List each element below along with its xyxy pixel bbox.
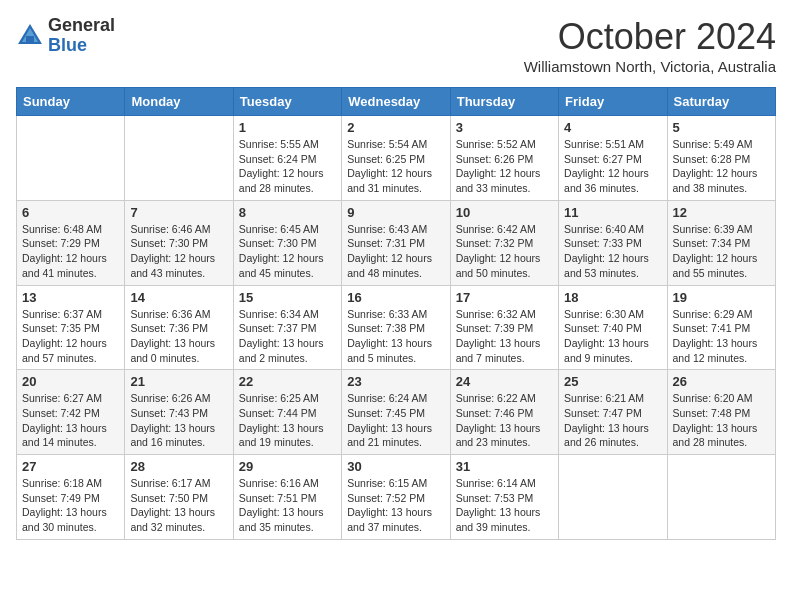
calendar-cell: 14Sunrise: 6:36 AM Sunset: 7:36 PM Dayli…: [125, 285, 233, 370]
weekday-header-sunday: Sunday: [17, 88, 125, 116]
day-number: 31: [456, 459, 553, 474]
calendar-cell: 23Sunrise: 6:24 AM Sunset: 7:45 PM Dayli…: [342, 370, 450, 455]
day-number: 29: [239, 459, 336, 474]
calendar-cell: 30Sunrise: 6:15 AM Sunset: 7:52 PM Dayli…: [342, 455, 450, 540]
calendar-cell: 20Sunrise: 6:27 AM Sunset: 7:42 PM Dayli…: [17, 370, 125, 455]
day-info: Sunrise: 6:46 AM Sunset: 7:30 PM Dayligh…: [130, 222, 227, 281]
day-info: Sunrise: 6:37 AM Sunset: 7:35 PM Dayligh…: [22, 307, 119, 366]
weekday-header-monday: Monday: [125, 88, 233, 116]
month-title: October 2024: [524, 16, 776, 58]
day-info: Sunrise: 6:26 AM Sunset: 7:43 PM Dayligh…: [130, 391, 227, 450]
day-number: 15: [239, 290, 336, 305]
calendar-cell: 15Sunrise: 6:34 AM Sunset: 7:37 PM Dayli…: [233, 285, 341, 370]
title-section: October 2024 Williamstown North, Victori…: [524, 16, 776, 75]
day-info: Sunrise: 6:22 AM Sunset: 7:46 PM Dayligh…: [456, 391, 553, 450]
calendar-cell: 1Sunrise: 5:55 AM Sunset: 6:24 PM Daylig…: [233, 116, 341, 201]
calendar-cell: 21Sunrise: 6:26 AM Sunset: 7:43 PM Dayli…: [125, 370, 233, 455]
day-number: 30: [347, 459, 444, 474]
weekday-header-thursday: Thursday: [450, 88, 558, 116]
day-info: Sunrise: 6:21 AM Sunset: 7:47 PM Dayligh…: [564, 391, 661, 450]
calendar-week-row: 6Sunrise: 6:48 AM Sunset: 7:29 PM Daylig…: [17, 200, 776, 285]
day-number: 27: [22, 459, 119, 474]
day-info: Sunrise: 6:24 AM Sunset: 7:45 PM Dayligh…: [347, 391, 444, 450]
svg-rect-2: [26, 36, 34, 44]
day-number: 5: [673, 120, 770, 135]
calendar-cell: 26Sunrise: 6:20 AM Sunset: 7:48 PM Dayli…: [667, 370, 775, 455]
calendar-cell: 27Sunrise: 6:18 AM Sunset: 7:49 PM Dayli…: [17, 455, 125, 540]
day-info: Sunrise: 6:17 AM Sunset: 7:50 PM Dayligh…: [130, 476, 227, 535]
day-number: 21: [130, 374, 227, 389]
calendar-header-row: SundayMondayTuesdayWednesdayThursdayFrid…: [17, 88, 776, 116]
calendar-table: SundayMondayTuesdayWednesdayThursdayFrid…: [16, 87, 776, 540]
calendar-cell: [667, 455, 775, 540]
day-number: 8: [239, 205, 336, 220]
logo-blue-text: Blue: [48, 36, 115, 56]
calendar-cell: [125, 116, 233, 201]
day-info: Sunrise: 5:49 AM Sunset: 6:28 PM Dayligh…: [673, 137, 770, 196]
weekday-header-saturday: Saturday: [667, 88, 775, 116]
day-info: Sunrise: 5:52 AM Sunset: 6:26 PM Dayligh…: [456, 137, 553, 196]
day-number: 13: [22, 290, 119, 305]
logo-text: General Blue: [48, 16, 115, 56]
logo: General Blue: [16, 16, 115, 56]
day-number: 23: [347, 374, 444, 389]
calendar-cell: 25Sunrise: 6:21 AM Sunset: 7:47 PM Dayli…: [559, 370, 667, 455]
day-number: 9: [347, 205, 444, 220]
calendar-cell: 16Sunrise: 6:33 AM Sunset: 7:38 PM Dayli…: [342, 285, 450, 370]
calendar-cell: 22Sunrise: 6:25 AM Sunset: 7:44 PM Dayli…: [233, 370, 341, 455]
calendar-cell: 10Sunrise: 6:42 AM Sunset: 7:32 PM Dayli…: [450, 200, 558, 285]
day-info: Sunrise: 6:34 AM Sunset: 7:37 PM Dayligh…: [239, 307, 336, 366]
day-number: 16: [347, 290, 444, 305]
day-info: Sunrise: 6:32 AM Sunset: 7:39 PM Dayligh…: [456, 307, 553, 366]
logo-general-text: General: [48, 16, 115, 36]
day-info: Sunrise: 6:20 AM Sunset: 7:48 PM Dayligh…: [673, 391, 770, 450]
calendar-cell: 9Sunrise: 6:43 AM Sunset: 7:31 PM Daylig…: [342, 200, 450, 285]
day-info: Sunrise: 6:25 AM Sunset: 7:44 PM Dayligh…: [239, 391, 336, 450]
page-header: General Blue October 2024 Williamstown N…: [16, 16, 776, 75]
day-number: 11: [564, 205, 661, 220]
day-info: Sunrise: 6:48 AM Sunset: 7:29 PM Dayligh…: [22, 222, 119, 281]
calendar-cell: 31Sunrise: 6:14 AM Sunset: 7:53 PM Dayli…: [450, 455, 558, 540]
calendar-week-row: 1Sunrise: 5:55 AM Sunset: 6:24 PM Daylig…: [17, 116, 776, 201]
day-number: 2: [347, 120, 444, 135]
day-number: 22: [239, 374, 336, 389]
day-info: Sunrise: 6:18 AM Sunset: 7:49 PM Dayligh…: [22, 476, 119, 535]
calendar-cell: 18Sunrise: 6:30 AM Sunset: 7:40 PM Dayli…: [559, 285, 667, 370]
calendar-cell: 24Sunrise: 6:22 AM Sunset: 7:46 PM Dayli…: [450, 370, 558, 455]
day-number: 4: [564, 120, 661, 135]
calendar-cell: 5Sunrise: 5:49 AM Sunset: 6:28 PM Daylig…: [667, 116, 775, 201]
day-info: Sunrise: 6:33 AM Sunset: 7:38 PM Dayligh…: [347, 307, 444, 366]
day-info: Sunrise: 5:55 AM Sunset: 6:24 PM Dayligh…: [239, 137, 336, 196]
day-number: 19: [673, 290, 770, 305]
day-info: Sunrise: 5:51 AM Sunset: 6:27 PM Dayligh…: [564, 137, 661, 196]
day-number: 24: [456, 374, 553, 389]
calendar-cell: 6Sunrise: 6:48 AM Sunset: 7:29 PM Daylig…: [17, 200, 125, 285]
day-number: 18: [564, 290, 661, 305]
day-info: Sunrise: 6:16 AM Sunset: 7:51 PM Dayligh…: [239, 476, 336, 535]
day-info: Sunrise: 5:54 AM Sunset: 6:25 PM Dayligh…: [347, 137, 444, 196]
calendar-cell: 12Sunrise: 6:39 AM Sunset: 7:34 PM Dayli…: [667, 200, 775, 285]
day-number: 25: [564, 374, 661, 389]
day-info: Sunrise: 6:36 AM Sunset: 7:36 PM Dayligh…: [130, 307, 227, 366]
day-number: 20: [22, 374, 119, 389]
calendar-week-row: 20Sunrise: 6:27 AM Sunset: 7:42 PM Dayli…: [17, 370, 776, 455]
calendar-cell: 3Sunrise: 5:52 AM Sunset: 6:26 PM Daylig…: [450, 116, 558, 201]
calendar-cell: 11Sunrise: 6:40 AM Sunset: 7:33 PM Dayli…: [559, 200, 667, 285]
day-number: 17: [456, 290, 553, 305]
calendar-cell: 7Sunrise: 6:46 AM Sunset: 7:30 PM Daylig…: [125, 200, 233, 285]
day-number: 26: [673, 374, 770, 389]
day-info: Sunrise: 6:43 AM Sunset: 7:31 PM Dayligh…: [347, 222, 444, 281]
day-number: 10: [456, 205, 553, 220]
day-info: Sunrise: 6:42 AM Sunset: 7:32 PM Dayligh…: [456, 222, 553, 281]
day-number: 3: [456, 120, 553, 135]
day-info: Sunrise: 6:39 AM Sunset: 7:34 PM Dayligh…: [673, 222, 770, 281]
day-info: Sunrise: 6:45 AM Sunset: 7:30 PM Dayligh…: [239, 222, 336, 281]
calendar-cell: 2Sunrise: 5:54 AM Sunset: 6:25 PM Daylig…: [342, 116, 450, 201]
calendar-cell: 17Sunrise: 6:32 AM Sunset: 7:39 PM Dayli…: [450, 285, 558, 370]
day-number: 14: [130, 290, 227, 305]
day-info: Sunrise: 6:40 AM Sunset: 7:33 PM Dayligh…: [564, 222, 661, 281]
location-title: Williamstown North, Victoria, Australia: [524, 58, 776, 75]
calendar-cell: 13Sunrise: 6:37 AM Sunset: 7:35 PM Dayli…: [17, 285, 125, 370]
calendar-cell: 29Sunrise: 6:16 AM Sunset: 7:51 PM Dayli…: [233, 455, 341, 540]
calendar-cell: [559, 455, 667, 540]
